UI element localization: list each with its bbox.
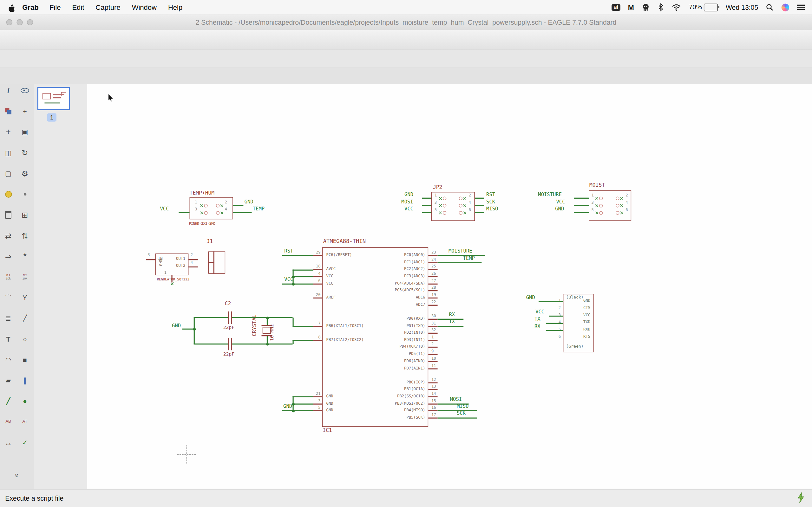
net-wire[interactable] [179,212,189,213]
net-label-gnd[interactable]: GND [245,199,253,205]
rotate-tool[interactable]: ↻ [18,147,32,159]
ic-pin-row[interactable]: 25 PC2(ADC2) [428,266,542,273]
mirror-tool[interactable]: ◫ [2,147,15,159]
palette-collapse-icon[interactable]: » [11,469,23,482]
part-name-c2[interactable]: C2 [225,301,231,306]
net-wire[interactable] [233,212,252,213]
cut-tool[interactable] [2,188,15,200]
pinswap-tool[interactable]: ⇄ [2,229,15,241]
bluetooth-icon[interactable] [658,2,664,13]
net-label[interactable]: RST [486,191,495,197]
close-window-button[interactable] [6,19,13,25]
net-label[interactable]: MISO [486,206,498,212]
status-icon-bl[interactable]: Bl [612,2,620,13]
part-name-temp-hum[interactable]: TEMP+HUM [190,190,215,195]
ic-pin-stub[interactable] [428,354,438,355]
ic-pin-row[interactable]: 12 PB0(ICP) [428,379,542,387]
arc-tool[interactable]: ◠ [2,353,15,366]
spotlight-icon[interactable] [766,2,774,13]
net-label[interactable]: SCK [486,199,495,205]
ic-pin-stub[interactable] [428,410,438,411]
ic-pin-stub[interactable] [428,262,438,263]
polygon-tool[interactable]: ▰ [2,374,15,386]
menu-item[interactable]: Capture [90,3,126,11]
miter-tool[interactable]: ⌒ [2,291,15,303]
net-label[interactable]: TX [535,316,541,322]
ic-pin-stub[interactable] [428,389,438,390]
ic-pin-row[interactable]: 9 PD5(T1) [428,351,542,358]
copy-tool[interactable]: ▣ [18,126,32,138]
ic-pin-stub[interactable] [313,276,322,277]
ic-pin-stub[interactable] [428,305,438,306]
paste-tool[interactable] [18,188,32,200]
ic-pin-stub[interactable] [428,333,438,334]
ic-pin-stub[interactable] [428,418,438,418]
net-wire[interactable] [233,205,244,206]
mail-status-icon[interactable]: M [628,2,634,13]
value-tool[interactable]: R210k [18,271,32,283]
ic-pin-row[interactable]: 2 PD4(XCK/T0) [428,343,542,351]
ic-pin-row[interactable]: 28 PC5(ADC5/SCL) [428,287,542,294]
sheet-thumbnail[interactable] [38,87,70,110]
ic-pin-stub[interactable] [428,319,438,320]
ic-pin-stub[interactable] [428,276,438,277]
ic-pin-row[interactable]: 11 PD7(AIN1) [428,365,542,373]
ic-pin-stub[interactable] [428,347,438,348]
ic-pin-row[interactable]: 1 PD3(INT1) [428,337,542,344]
split-tool[interactable]: Y [18,291,32,303]
ic-pin-row[interactable]: 32 PD2(INT0) [428,330,542,337]
apple-icon[interactable] [7,2,15,13]
replace-tool[interactable]: ⇒ [2,250,15,262]
net-label[interactable]: GND [555,206,564,212]
ic-pin-stub[interactable] [428,361,438,362]
ic-pin-stub[interactable] [428,255,438,256]
ic-pin-stub[interactable] [313,284,322,285]
menu-item[interactable]: Help [162,3,188,11]
text-tool[interactable]: T [2,333,15,345]
net-tool[interactable]: ╱ [2,395,15,407]
notification-center-icon[interactable] [797,2,805,13]
part-name-j1[interactable]: J1 [206,239,213,244]
ic-pin-stub[interactable] [313,269,322,270]
ic-pin-stub[interactable] [428,368,438,369]
change-tool[interactable]: ⚙ [18,167,32,179]
schematic-canvas[interactable]: TEMP+HUM PINHD-2X2-SMD 1 2 3 4 VCC GND T… [87,83,812,489]
net-label-moisture[interactable]: MOISTURE [449,248,472,253]
dimension-tool[interactable]: ↔ [2,436,15,448]
ic-pin-row[interactable]: 22 ADC7 [428,302,542,309]
menu-item[interactable]: File [44,3,66,11]
net-label-miso[interactable]: MISO [457,403,468,409]
move-tool[interactable]: + [2,126,15,138]
net-label-vcc[interactable]: VCC [284,276,293,282]
net-label[interactable]: GND [526,294,535,300]
add-part-tool[interactable]: ⊞ [18,209,32,221]
name-tool[interactable]: R210k [2,271,15,283]
net-label-temp[interactable]: TEMP [463,255,475,261]
sheet-number[interactable]: 1 [47,113,56,122]
serial-pin-row[interactable]: 6 RTS [563,334,594,342]
ic-pin-stub[interactable] [313,326,322,327]
designator-ic1[interactable]: IC1 [322,428,332,433]
part-name-moist[interactable]: MOIST [589,182,605,188]
ic-pin-stub[interactable] [313,396,322,397]
net-label-tx[interactable]: TX [449,319,455,325]
wifi-icon[interactable] [672,2,681,13]
display-layers-tool[interactable] [2,105,15,117]
ic-pin-row[interactable]: 26 PC3(ADC3) [428,273,542,280]
serial-pin-row[interactable]: 2 CTS [563,305,594,313]
minimize-window-button[interactable] [16,19,23,25]
gateswap-tool[interactable]: ⇅ [18,229,32,241]
ic-pin-stub[interactable] [428,383,438,383]
net-label-mosi[interactable]: MOSI [450,396,462,402]
app-name[interactable]: Grab [22,3,38,11]
info-tool[interactable]: i [2,84,15,97]
ic-pin-stub[interactable] [428,340,438,341]
ic-pin-stub[interactable] [428,326,438,327]
part-name-ic1[interactable]: ATMEGA88-THIN [323,238,366,244]
invoke-tool[interactable]: ≣ [2,312,15,324]
ic-pin-row[interactable]: 10 PD6(AIN0) [428,358,542,365]
net-label-sck[interactable]: SCK [457,410,466,416]
ic-pin-stub[interactable] [428,297,438,298]
ic-pin-row[interactable]: 14 PB2(SS/OC1B) [428,393,542,400]
bus-tool[interactable]: ∥ [18,374,32,386]
